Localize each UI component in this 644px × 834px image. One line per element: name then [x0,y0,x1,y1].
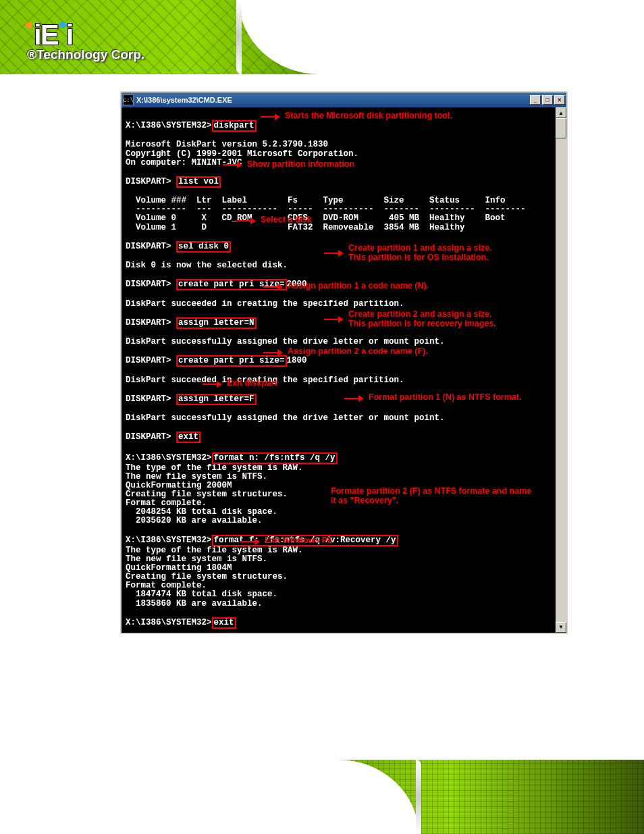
arrow-icon [236,220,255,221]
text: The type of the file system is RAW. [126,463,303,473]
arrow-icon [344,398,363,399]
text: QuickFormatting 1804M [126,563,232,573]
prompt: X:\I386\SYSTEM32> [126,618,212,627]
window-title: X:\I386\system32\CMD.EXE [136,96,529,104]
arrow-icon [263,352,282,353]
table-sep: ---------- --- ----------- ----- -------… [126,205,526,214]
prompt: DISKPART> [126,177,176,186]
text: Creating file system structures. [126,490,288,499]
logo-text: iEi [26,19,144,51]
prompt: X:\I386\SYSTEM32> [126,453,212,463]
app-icon: c:\ [123,95,134,105]
arrow-icon [263,286,282,288]
annotation-exit-diskpart: Exit diskpart [227,379,277,388]
text: The new file system is NTFS. [126,554,267,564]
cmd-window: c:\ X:\I386\system32\CMD.EXE _ □ × ▲ ▼ X… [120,91,568,634]
annotation-seldisk: Select a disk [261,215,312,225]
text: The new file system is NTFS. [126,472,267,481]
minimize-button[interactable]: _ [530,95,541,105]
header-curve [239,0,644,74]
annotation-assignF: Assign partition 2 a code name (F). [288,347,428,357]
table-row: Volume 0 X CD_ROM CDFS DVD-ROM 405 MB He… [126,213,506,223]
text: The type of the file system is RAW. [126,546,303,555]
cmd-create-part-2: create part pri size= [176,355,287,367]
text: DiskPart successfully assigned the drive… [126,337,445,346]
arrow-icon [223,164,242,165]
annotation-create1: Create partition 1 and assign a size. Th… [348,244,524,263]
arrow-icon [324,253,343,254]
annotation-diskpart: Starts the Microsoft disk partitioning t… [285,111,452,121]
cmd-assign-n: assign letter=N [176,317,257,329]
text: Disk 0 is now the selected disk. [126,261,288,270]
text: Microsoft DiskPart version 5.2.3790.1830 [126,140,328,149]
logo: iEi ®Technology Corp. [26,19,144,62]
table-header: Volume ### Ltr Label Fs Type Size Status… [126,196,506,205]
text: 1835860 KB are available. [126,599,263,608]
close-button[interactable]: × [554,95,565,105]
text: On computer: MININT-JVC [126,158,242,167]
text: DiskPart succeeded in creating the speci… [126,299,404,309]
cmd-diskpart: diskpart [212,120,257,132]
text: 1847474 KB total disk space. [126,590,277,599]
cmd-exit-diskpart: exit [176,432,200,443]
prompt: DISKPART> [126,242,176,251]
annotation-assignN: Assign partition 1 a code name (N). [288,282,429,291]
prompt: DISKPART> [126,432,176,442]
cmd-exit-pe: exit [212,617,236,629]
annotation-formatF: Formate partition 2 (F) as NTFS formate … [331,487,533,506]
console-output: X:\I386\SYSTEM32>diskpart Microsoft Disk… [123,109,565,631]
annotation-formatN: Format partition 1 (N) as NTFS format. [369,393,521,402]
cmd-list-vol: list vol [176,176,221,188]
arrow-icon [261,116,279,118]
text: DiskPart successfully assigned the drive… [126,413,445,423]
titlebar[interactable]: c:\ X:\I386\system32\CMD.EXE _ □ × [122,93,566,107]
footer-curve [0,760,419,834]
annotation-create2: Create partition 2 and assign a size. Th… [348,310,524,329]
text: QuickFormatting 2000M [126,481,232,490]
arrow-icon [324,319,343,320]
console-body: ▲ ▼ X:\I386\SYSTEM32>diskpart Microsoft … [122,107,566,633]
cmd-format-n: format n: /fs:ntfs /q /y [212,452,338,464]
prompt: DISKPART> [126,318,176,328]
text: Copyright (C) 1999-2001 Microsoft Corpor… [126,149,358,159]
footer-banner [0,760,644,834]
text: 2048254 KB total disk space. [126,507,277,517]
annotation-listvol: Show partition information [247,160,354,170]
cmd-sel-disk: sel disk 0 [176,241,231,253]
maximize-button[interactable]: □ [542,95,553,105]
text: Format complete. [126,498,207,508]
cmd-create-part-1: create part pri size= [176,279,287,290]
cmd-assign-f: assign letter=F [176,394,257,405]
prompt: X:\I386\SYSTEM32> [126,536,212,545]
prompt: DISKPART> [126,280,176,289]
text: Creating file system structures. [126,572,288,581]
arrow-icon [203,384,221,385]
text: 2035620 KB are available. [126,516,263,525]
prompt: X:\I386\SYSTEM32> [126,121,212,130]
arrow-icon [240,541,259,542]
text: Format complete. [126,581,207,590]
prompt: DISKPART> [126,394,176,404]
annotation-exit-pe: Exit Windows PE [265,536,333,546]
prompt: DISKPART> [126,356,176,365]
